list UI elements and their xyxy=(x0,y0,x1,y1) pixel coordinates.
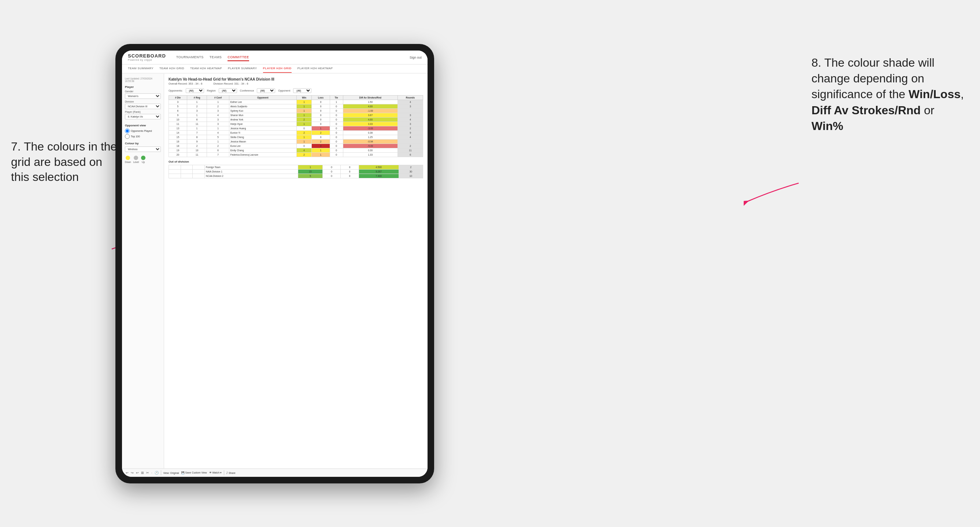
cell-conf: 3 xyxy=(207,117,229,122)
circle-down: Down xyxy=(125,156,131,163)
subnav-team-summary[interactable]: TEAM SUMMARY xyxy=(128,65,153,73)
cell-conf xyxy=(193,170,205,174)
cell-diff: 0.38 xyxy=(343,131,398,135)
filter-opponent-select[interactable]: (All) xyxy=(293,88,312,93)
cell-diff: 4.00 xyxy=(343,117,398,122)
annotation-right: 8. The colour shade will change dependin… xyxy=(811,55,969,134)
cell-conf: 1 xyxy=(207,100,229,105)
subnav-player-h2h-grid[interactable]: PLAYER H2H GRID xyxy=(263,65,292,73)
cell-reg: 10 xyxy=(187,148,207,153)
annotation-right-comma: , xyxy=(961,87,964,101)
circle-up-icon xyxy=(141,156,145,160)
cell-loss: 0 xyxy=(312,117,330,122)
col-reg: # Reg xyxy=(187,95,207,100)
cell-div: 6 xyxy=(169,109,187,113)
toolbar-redo2[interactable]: ↩ xyxy=(136,471,139,475)
table-row: 14 7 4 Eunice Yi 2 2 0 0.38 9 xyxy=(169,131,423,135)
cell-div: 14 xyxy=(169,131,187,135)
radio-opponents-played-input[interactable] xyxy=(125,129,130,133)
cell-conf: 4 xyxy=(207,131,229,135)
filter-opponents-select[interactable]: (All) xyxy=(186,88,204,93)
cell-conf xyxy=(193,174,205,178)
overall-record: Overall Record: 353 - 34 - 6 xyxy=(169,82,203,85)
annotation-left: 7. The colours in the grid are based on … xyxy=(11,139,117,185)
cell-win: 0 xyxy=(296,144,312,148)
radio-group: Opponents Played Top 100 xyxy=(125,129,161,139)
sidebar-gender-select[interactable]: Women's xyxy=(125,94,161,99)
toolbar-redo1[interactable]: ↪ xyxy=(131,471,134,475)
colour-circles: Down Level Up xyxy=(125,156,161,163)
cell-conf: 1 xyxy=(207,140,229,144)
nav-committee[interactable]: COMMITTEE xyxy=(228,54,249,61)
cell-reg: 11 xyxy=(187,153,207,157)
cell-opponent: Jessica Mason xyxy=(229,140,296,144)
subnav-player-h2h-heatmap[interactable]: PLAYER H2H HEATMAP xyxy=(298,65,333,73)
toolbar-view-original[interactable]: View: Original xyxy=(163,472,179,474)
circle-up-label: Up xyxy=(142,161,145,163)
circle-level: Level xyxy=(134,156,139,163)
cell-win: 1 xyxy=(296,109,312,113)
toolbar-save-custom[interactable]: 💾 Save Custom View xyxy=(181,471,207,474)
radio-top100[interactable]: Top 100 xyxy=(125,134,161,139)
filter-conference-select[interactable]: (All) xyxy=(257,88,275,93)
radio-top100-input[interactable] xyxy=(125,134,130,139)
cell-diff: -3.00 xyxy=(343,126,398,131)
nav-teams[interactable]: TEAMS xyxy=(210,54,222,61)
cell-tie: 0 xyxy=(330,135,343,140)
circle-level-label: Level xyxy=(134,161,139,163)
cell-opponent: Stella Cheng xyxy=(229,135,296,140)
toolbar-share[interactable]: ⤴ Share xyxy=(226,472,235,474)
cell-win: 1 xyxy=(296,140,312,144)
cell-rounds: 4 xyxy=(398,135,423,140)
cell-opponent: Sydney Kuo xyxy=(229,109,296,113)
toolbar-clock[interactable]: 🕐 xyxy=(154,471,159,475)
filter-opponent-label: Opponent xyxy=(278,89,290,92)
cell-diff: 7.400 xyxy=(359,174,399,178)
cell-tie: 0 xyxy=(330,131,343,135)
cell-reg: 3 xyxy=(187,109,207,113)
grid-subtitle: Overall Record: 353 - 34 - 6 Division Re… xyxy=(169,82,423,85)
table-row: 11 11 3 Heejo Hyun 1 0 0 3.33 3 xyxy=(169,122,423,126)
nav-links: TOURNAMENTS TEAMS COMMITTEE xyxy=(176,54,249,61)
cell-opponent: Euna Lee xyxy=(229,144,296,148)
nav-tournaments[interactable]: TOURNAMENTS xyxy=(176,54,204,61)
toolbar-dot[interactable]: · xyxy=(151,471,153,475)
col-conf: # Conf xyxy=(207,95,229,100)
cell-rounds: 9 xyxy=(398,131,423,135)
division-record: Division Record: 331 - 34 - 6 xyxy=(213,82,248,85)
subnav-team-h2h-grid[interactable]: TEAM H2H GRID xyxy=(159,65,184,73)
cell-win: 1 xyxy=(296,135,312,140)
cell-diff: 1.50 xyxy=(343,100,398,105)
table-row: NAIA Division 1 15 0 0 9.267 30 xyxy=(169,170,423,174)
cell-tie: 0 xyxy=(330,113,343,117)
cell-opponent: Sharon Mun xyxy=(229,113,296,117)
cell-reg: 8 xyxy=(187,135,207,140)
sidebar-player-rank-select[interactable]: 8. Katelyn Vo xyxy=(125,114,161,119)
filter-region-select[interactable]: (All) xyxy=(219,88,237,93)
cell-div: 20 xyxy=(169,153,187,157)
table-row: 10 6 3 Andrea York 2 0 0 4.00 4 xyxy=(169,117,423,122)
main-table: # Div # Reg # Conf Opponent Win Loss Tie… xyxy=(169,95,423,157)
cell-rounds: 3 xyxy=(398,105,423,109)
toolbar-cut[interactable]: ✂ xyxy=(146,471,149,475)
colour-by-select[interactable]: Win/loss xyxy=(125,146,161,152)
toolbar-grid[interactable]: ⊞ xyxy=(141,471,144,475)
cell-tie: 0 xyxy=(330,126,343,131)
cell-loss: 1 xyxy=(312,148,330,153)
cell-div: 16 xyxy=(169,140,187,144)
table-row: 18 2 2 Euna Lee 0 3 0 -5.00 2 xyxy=(169,144,423,148)
sidebar-division-select[interactable]: NCAA Division III xyxy=(125,104,161,109)
subnav-player-summary[interactable]: PLAYER SUMMARY xyxy=(228,65,257,73)
cell-rounds: 6 xyxy=(398,153,423,157)
cell-tie: 0 xyxy=(330,148,343,153)
cell-div xyxy=(169,174,181,178)
cell-rounds: 30 xyxy=(399,170,423,174)
toolbar-watch[interactable]: 👁 Watch ▾ xyxy=(209,471,222,474)
cell-opponent: Esther Lee xyxy=(229,100,296,105)
table-header-row: # Div # Reg # Conf Opponent Win Loss Tie… xyxy=(169,95,423,100)
radio-opponents-played[interactable]: Opponents Played xyxy=(125,129,161,133)
subnav-team-h2h-heatmap[interactable]: TEAM H2H HEATMAP xyxy=(190,65,222,73)
colour-by-section: Colour by Win/loss Down Level xyxy=(125,142,161,163)
nav-sign-out[interactable]: Sign out xyxy=(410,56,422,59)
toolbar-undo[interactable]: ↩ xyxy=(126,471,129,475)
